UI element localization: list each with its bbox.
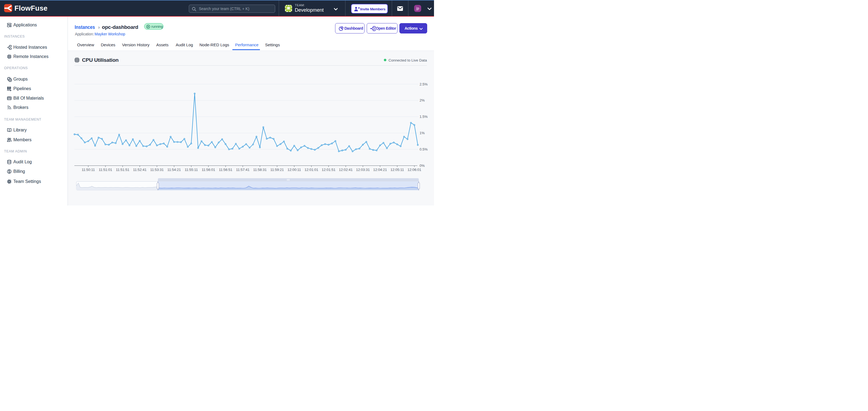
svg-text:11:52:41: 11:52:41: [133, 168, 147, 172]
svg-text:CPU Utilisation: CPU Utilisation: [82, 57, 119, 63]
svg-text:12:01:01: 12:01:01: [305, 168, 318, 172]
svg-text:11:55:11: 11:55:11: [185, 168, 198, 172]
svg-text:11:51:51: 11:51:51: [116, 168, 129, 172]
svg-text:12:01:51: 12:01:51: [322, 168, 336, 172]
svg-text:11:56:51: 11:56:51: [219, 168, 232, 172]
svg-text:11:58:31: 11:58:31: [253, 168, 267, 172]
svg-text:1.5%: 1.5%: [420, 114, 428, 119]
svg-text:11:51:01: 11:51:01: [99, 168, 112, 172]
svg-text:11:50:11: 11:50:11: [82, 168, 95, 172]
svg-text:12:02:41: 12:02:41: [339, 168, 353, 172]
svg-text:11:54:21: 11:54:21: [167, 168, 181, 172]
svg-text:12:00:11: 12:00:11: [287, 168, 301, 172]
svg-text:1%: 1%: [420, 131, 425, 135]
svg-text:12:05:11: 12:05:11: [391, 168, 404, 172]
svg-text:12:03:31: 12:03:31: [356, 168, 370, 172]
svg-text:11:56:01: 11:56:01: [202, 168, 215, 172]
svg-text:0.5%: 0.5%: [420, 147, 428, 151]
svg-text:12:06:01: 12:06:01: [408, 168, 422, 172]
svg-text:12:04:21: 12:04:21: [373, 168, 387, 172]
svg-text:11:53:31: 11:53:31: [150, 168, 164, 172]
svg-text:11:59:21: 11:59:21: [270, 168, 284, 172]
svg-text:2.5%: 2.5%: [420, 82, 428, 86]
svg-text:11:57:41: 11:57:41: [236, 168, 250, 172]
svg-text:0%: 0%: [420, 164, 425, 168]
svg-text:2%: 2%: [420, 98, 425, 102]
svg-text:Connected to Live Data: Connected to Live Data: [389, 58, 427, 62]
